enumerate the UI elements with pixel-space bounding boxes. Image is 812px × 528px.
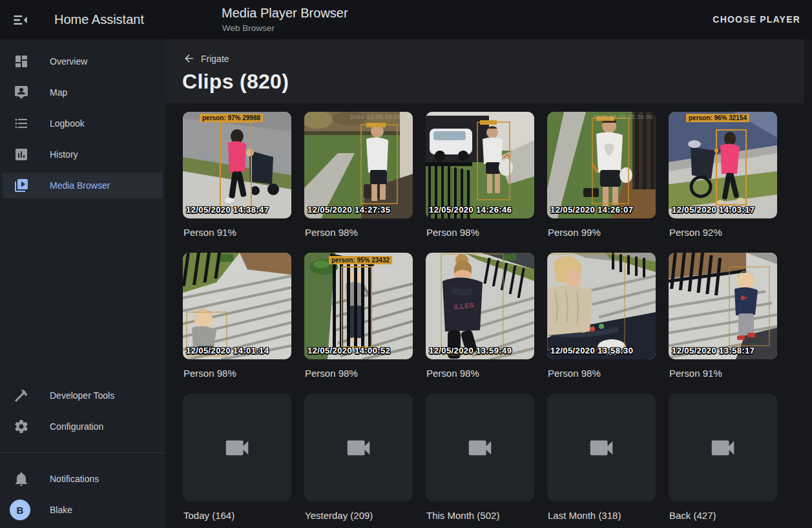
clip-timestamp: 12/05/2020 14:26:46 <box>429 205 512 215</box>
detection-label: person: 95% 23432 <box>329 256 392 264</box>
sidebar-item-logbook[interactable]: Logbook <box>3 111 163 136</box>
camera-osd-timestamp: 2020-12-05 15:27:35 <box>350 114 410 120</box>
choose-player-button[interactable]: CHOOSE PLAYER <box>707 0 806 39</box>
folder-thumbnail[interactable] <box>426 394 534 502</box>
chart-box-icon <box>14 147 29 162</box>
video-camera-icon <box>587 433 616 463</box>
clip-caption: Person 98% <box>548 368 655 379</box>
clip-card: person: 95% 23432 12/05/2020 14:00:52 Pe… <box>304 253 413 394</box>
folder-caption: Yesterday (209) <box>305 510 412 521</box>
clip-timestamp: 12/05/2020 14:27:35 <box>307 205 390 215</box>
folder-card-this-month: This Month (502) <box>426 394 534 528</box>
media-grid: person: 97% 29988 12/05/2020 14:38:47 Pe… <box>165 103 812 528</box>
folder-thumbnail[interactable] <box>304 394 413 502</box>
clip-scene-man-porch <box>304 112 413 218</box>
avatar: B <box>10 500 30 520</box>
clip-timestamp: 12/05/2020 14:00:52 <box>307 346 390 355</box>
video-camera-icon <box>465 433 495 463</box>
sidebar-item-overview[interactable]: Overview <box>3 48 163 74</box>
breadcrumb[interactable]: Frigate <box>183 52 229 65</box>
bell-icon <box>14 471 29 487</box>
clip-card: 12/05/2020 14:26:46 Person 98% <box>426 112 534 253</box>
clip-thumbnail[interactable]: ILLES 12/05/2020 13:59:49 <box>426 253 534 359</box>
play-box-multiple-icon <box>14 178 29 193</box>
detection-label: person: 96% 32154 <box>686 114 749 122</box>
app-title: Home Assistant <box>54 0 144 39</box>
user-name: Blake <box>50 505 72 515</box>
folder-caption: This Month (502) <box>426 510 534 521</box>
sidebar-toggle-icon[interactable] <box>12 11 30 29</box>
folder-thumbnail[interactable] <box>669 394 777 502</box>
clip-card: ILLES 12/05/2020 13:59:49 Person 98% <box>426 253 534 394</box>
clip-caption: Person 98% <box>305 368 412 379</box>
clip-scene-toddler-sidewalk <box>183 253 291 359</box>
clip-thumbnail[interactable]: 12/05/2020 13:58:30 <box>547 253 656 359</box>
folder-caption: Last Month (318) <box>548 510 655 521</box>
clip-thumbnail[interactable]: person: 96% 32154 12/05/2020 14:03:17 <box>669 112 777 218</box>
sidebar-item-media-browser[interactable]: Media Browser <box>3 173 163 198</box>
sidebar-divider <box>0 452 165 453</box>
clip-thumbnail[interactable]: 2020-12-05 15:26:06 12/05/2020 14:26:07 <box>547 112 656 218</box>
clip-timestamp: 12/05/2020 13:58:17 <box>672 346 755 355</box>
app-header: Home Assistant Media Player Browser Web … <box>0 0 812 39</box>
clip-timestamp: 12/05/2020 14:01:14 <box>186 346 269 355</box>
clip-timestamp: 12/05/2020 14:03:17 <box>672 205 755 215</box>
clip-card: 12/05/2020 13:58:30 Person 98% <box>547 253 656 394</box>
clip-card: 2020-12-05 15:26:06 12/05/2020 14:26:07 … <box>547 112 656 253</box>
sidebar: Overview Map Logbook History Media Brows… <box>0 39 165 528</box>
sidebar-user[interactable]: B Blake <box>3 497 163 523</box>
clip-thumbnail[interactable]: person: 95% 23432 12/05/2020 14:00:52 <box>304 253 413 359</box>
clip-thumbnail[interactable]: 12/05/2020 13:58:17 <box>669 253 777 359</box>
folder-card-today: Today (164) <box>183 394 291 528</box>
sidebar-item-notifications[interactable]: Notifications <box>3 466 163 492</box>
folder-thumbnail[interactable] <box>547 394 656 502</box>
video-camera-icon <box>222 433 252 463</box>
clip-scene-boy-navy-shirt <box>669 253 777 359</box>
sidebar-item-label: Developer Tools <box>50 390 114 401</box>
clip-scene-man-garage-bags <box>426 112 534 218</box>
clip-thumbnail[interactable]: 12/05/2020 14:26:46 <box>426 112 534 218</box>
sidebar-item-configuration[interactable]: Configuration <box>3 414 163 439</box>
sidebar-item-label: Media Browser <box>50 180 110 191</box>
folder-card-last-month: Last Month (318) <box>547 394 656 528</box>
clip-caption: Person 92% <box>669 227 776 238</box>
clip-card: 12/05/2020 14:01:14 Person 98% <box>183 253 291 394</box>
breadcrumb-label: Frigate <box>201 54 229 64</box>
media-browser-panel: Frigate Clips (820) <box>165 39 812 528</box>
folder-thumbnail[interactable] <box>183 394 291 502</box>
clip-card: person: 97% 29988 12/05/2020 14:38:47 Pe… <box>183 112 291 253</box>
camera-osd-timestamp: 2020-12-05 15:26:06 <box>593 114 653 120</box>
clip-scene-woman-sweater-stroller <box>547 253 656 359</box>
folder-caption: Today (164) <box>183 510 291 521</box>
hammer-icon <box>14 388 29 403</box>
video-camera-icon <box>344 433 373 463</box>
clip-scene-woman-stroller-front <box>183 112 291 218</box>
folder-card-yesterday: Yesterday (209) <box>304 394 413 528</box>
sidebar-item-label: Configuration <box>50 421 103 432</box>
sidebar-item-label: History <box>50 149 78 160</box>
sidebar-item-label: Map <box>50 87 67 98</box>
clip-card: 2020-12-05 15:27:35 12/05/2020 14:27:35 … <box>304 112 413 253</box>
folder-caption: Back (427) <box>669 510 776 521</box>
clip-thumbnail[interactable]: person: 97% 29988 12/05/2020 14:38:47 <box>183 112 291 218</box>
sidebar-item-history[interactable]: History <box>3 142 163 167</box>
sidebar-spacer <box>0 201 165 380</box>
account-tooltip-icon <box>14 85 29 100</box>
clip-thumbnail[interactable]: 12/05/2020 14:01:14 <box>183 253 291 359</box>
sidebar-item-developer-tools[interactable]: Developer Tools <box>3 383 163 408</box>
clip-thumbnail[interactable]: 2020-12-05 15:27:35 12/05/2020 14:27:35 <box>304 112 413 218</box>
clip-caption: Person 98% <box>183 368 291 379</box>
clip-timestamp: 12/05/2020 13:58:30 <box>550 346 633 355</box>
page-heading: Clips (820) <box>182 70 289 93</box>
sidebar-item-label: Logbook <box>50 118 85 129</box>
clip-caption: Person 91% <box>669 368 776 379</box>
clip-caption: Person 98% <box>426 368 534 379</box>
sidebar-item-label: Overview <box>50 56 87 67</box>
sidebar-item-map[interactable]: Map <box>3 79 163 105</box>
gear-icon <box>14 419 29 434</box>
clip-caption: Person 98% <box>426 227 534 238</box>
dashboard-icon <box>14 54 29 69</box>
back-arrow-icon <box>183 52 195 65</box>
clip-timestamp: 12/05/2020 14:38:47 <box>186 205 269 215</box>
detection-label: person: 97% 29988 <box>200 114 263 122</box>
